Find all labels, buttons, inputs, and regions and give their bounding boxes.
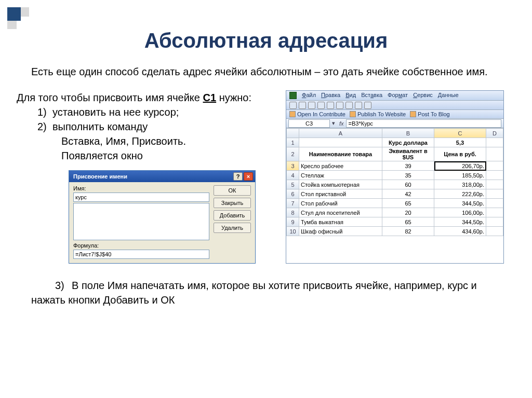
row-header[interactable]: 8 xyxy=(287,208,299,217)
cell[interactable]: 39 xyxy=(382,161,434,171)
row-header[interactable]: 6 xyxy=(287,189,299,199)
cell[interactable]: 106,00р. xyxy=(434,208,486,217)
menu-view[interactable]: Вид xyxy=(345,92,356,99)
cut-icon[interactable] xyxy=(345,102,353,109)
open-in-contribute[interactable]: Open In Contribute xyxy=(289,111,345,117)
dialog-title: Присвоение имени xyxy=(73,173,127,180)
cell[interactable]: 20 xyxy=(382,208,434,217)
col-A-header[interactable]: A xyxy=(299,129,382,138)
row-header[interactable]: 9 xyxy=(287,217,299,227)
cell[interactable] xyxy=(486,180,503,189)
open-icon[interactable] xyxy=(299,102,306,109)
row-header[interactable]: 4 xyxy=(287,171,299,180)
cell[interactable]: 65 xyxy=(382,217,434,227)
cell[interactable]: Стол приставной xyxy=(299,189,382,199)
row-2-header[interactable]: 2 xyxy=(287,147,299,161)
save-icon[interactable] xyxy=(308,102,315,109)
cell[interactable]: 82 xyxy=(382,227,434,236)
add-button[interactable]: Добавить xyxy=(214,210,251,221)
formula-bar: C3 ▾ fx =B3*Курс xyxy=(286,119,503,128)
cell[interactable] xyxy=(486,199,503,208)
menu-data[interactable]: Данные xyxy=(438,92,459,99)
cell[interactable]: 185,50р. xyxy=(434,171,486,180)
menu-insert[interactable]: Вставка xyxy=(361,92,382,99)
intro-text: Есть еще один способ сделать адрес ячейк… xyxy=(31,65,501,79)
row-header[interactable]: 5 xyxy=(287,180,299,189)
cell[interactable]: Шкаф офисный xyxy=(299,227,382,236)
menu-format[interactable]: Формат xyxy=(388,92,408,99)
menubar: ФФайлайл Правка Вид Вставка Формат Серви… xyxy=(286,91,503,101)
cell[interactable]: Наименование товара xyxy=(299,147,382,161)
cell[interactable]: Эквивалент в $US xyxy=(382,147,434,161)
cell[interactable] xyxy=(486,208,503,217)
col-B-header[interactable]: B xyxy=(382,129,434,138)
cell[interactable]: 222,60р. xyxy=(434,189,486,199)
toolbar xyxy=(286,101,503,110)
names-list[interactable] xyxy=(73,203,209,240)
contribute-bar: Open In Contribute Publish To Website Po… xyxy=(286,110,503,119)
cell[interactable]: 344,50р. xyxy=(434,199,486,208)
menu-service[interactable]: Сервис xyxy=(413,92,433,99)
cell[interactable]: 434,60р. xyxy=(434,227,486,236)
cell[interactable] xyxy=(486,138,503,147)
dialog-help-button[interactable]: ? xyxy=(233,172,243,181)
dialog-close-button[interactable]: × xyxy=(244,172,253,181)
cell[interactable]: Кресло рабочее xyxy=(299,161,382,171)
cell[interactable]: Стул для посетителей xyxy=(299,208,382,217)
name-input[interactable] xyxy=(73,193,209,202)
formula-input[interactable] xyxy=(73,250,209,259)
fx-icon[interactable]: fx xyxy=(339,120,344,127)
cell[interactable]: 35 xyxy=(382,171,434,180)
cell[interactable]: 5,3 xyxy=(434,138,486,147)
namebox-dropdown-icon[interactable]: ▾ xyxy=(332,120,337,127)
cell[interactable]: 344,50р. xyxy=(434,217,486,227)
preview-icon[interactable] xyxy=(327,102,334,109)
cell[interactable] xyxy=(486,227,503,236)
cell[interactable]: 60 xyxy=(382,180,434,189)
cell[interactable] xyxy=(486,217,503,227)
cell[interactable]: Цена в руб. xyxy=(434,147,486,161)
corner-cell[interactable] xyxy=(287,129,299,138)
row-3-header[interactable]: 3 xyxy=(287,161,299,171)
cell-selected[interactable]: 206,70р. xyxy=(434,161,486,171)
formula-label: Формула: xyxy=(73,242,209,249)
publish-to-website[interactable]: Publish To Website xyxy=(350,111,406,117)
name-label: Имя: xyxy=(73,185,209,191)
cell[interactable]: Курс доллара xyxy=(382,138,434,147)
cell[interactable]: Стол рабочий xyxy=(299,199,382,208)
cell[interactable] xyxy=(486,147,503,161)
excel-icon xyxy=(289,92,297,99)
delete-button[interactable]: Удалить xyxy=(214,223,251,233)
cell-name: С1 xyxy=(203,92,217,103)
paste-icon[interactable] xyxy=(364,102,371,109)
menu-file[interactable]: ФФайлайл xyxy=(302,92,316,99)
col-C-header[interactable]: C xyxy=(434,129,486,138)
cell[interactable] xyxy=(299,138,382,147)
slide-title: Абсолютная адресация xyxy=(0,29,532,52)
new-icon[interactable] xyxy=(289,102,297,109)
cell[interactable]: 42 xyxy=(382,189,434,199)
spell-icon[interactable] xyxy=(336,102,343,109)
ok-button[interactable]: ОК xyxy=(214,185,251,196)
cell[interactable]: 65 xyxy=(382,199,434,208)
formula-field[interactable]: =B3*Курс xyxy=(346,119,501,128)
row-header[interactable]: 10 xyxy=(287,227,299,236)
cell[interactable] xyxy=(486,189,503,199)
copy-icon[interactable] xyxy=(355,102,362,109)
namebox[interactable]: C3 xyxy=(288,119,330,128)
row-1-header[interactable]: 1 xyxy=(287,138,299,147)
cell[interactable] xyxy=(486,171,503,180)
cell[interactable]: Стойка компьютерная xyxy=(299,180,382,189)
excel-screenshot: ФФайлайл Правка Вид Вставка Формат Серви… xyxy=(286,90,504,264)
post-to-blog[interactable]: Post To Blog xyxy=(410,111,450,117)
row-header[interactable]: 7 xyxy=(287,199,299,208)
close-button[interactable]: Закрыть xyxy=(214,198,251,208)
menu-edit[interactable]: Правка xyxy=(321,92,340,99)
cell[interactable]: Тумба выкатная xyxy=(299,217,382,227)
col-D-header[interactable]: D xyxy=(486,129,503,138)
cell[interactable]: Стеллаж xyxy=(299,171,382,180)
instructions-block: Для того чтобы присвоить имя ячейке С1 н… xyxy=(17,90,276,163)
cell[interactable] xyxy=(486,161,503,171)
cell[interactable]: 318,00р. xyxy=(434,180,486,189)
print-icon[interactable] xyxy=(317,102,325,109)
